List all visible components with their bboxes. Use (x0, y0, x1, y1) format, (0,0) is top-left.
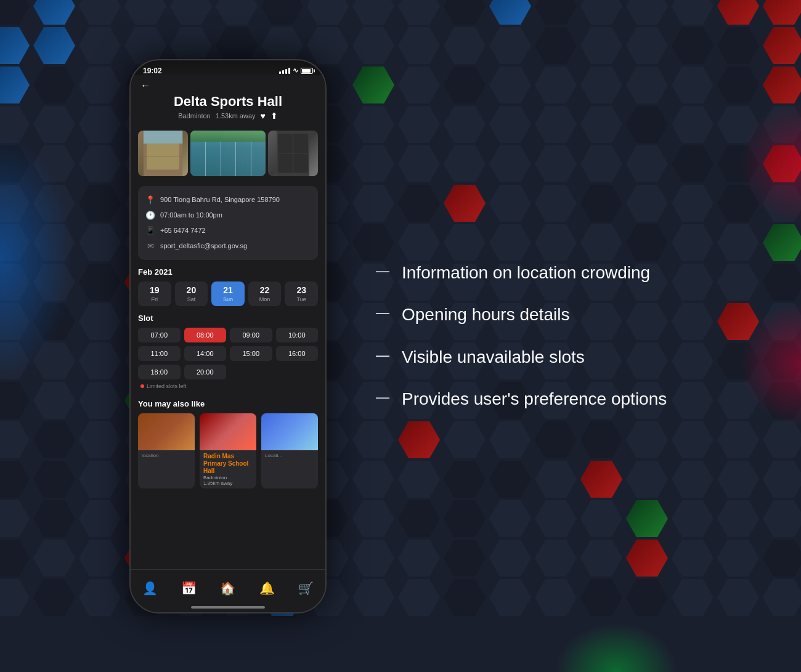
similar-sport-2: Badminton (203, 475, 253, 480)
feature-dash-2: — (376, 347, 389, 363)
similar-card-1[interactable]: location (138, 413, 195, 488)
feature-list: — Information on location crowding — Ope… (376, 262, 672, 411)
similar-dist-2: 1.85km away (203, 480, 253, 486)
slot-1500[interactable]: 15:00 (230, 346, 272, 361)
feature-item-1: — Opening hours details (376, 304, 672, 326)
nav-home[interactable]: 🏠 (220, 581, 235, 596)
feature-text-3: Provides user's preference options (402, 388, 667, 410)
nav-bell[interactable]: 🔔 (259, 581, 275, 596)
calendar-month: Feb 2021 (138, 267, 318, 277)
legend-text: Limited slots left (147, 383, 187, 389)
slot-1800[interactable]: 18:00 (138, 365, 181, 379)
calendar-days: 19Fri20Sat21Sun22Mon23Tue (138, 281, 318, 306)
phone-mockup: 19:02 ∿ ← (129, 59, 327, 613)
feature-item-2: — Visible unavailable slots (376, 346, 672, 368)
feature-dash-0: — (376, 263, 389, 279)
venue-title: Delta Sports Hall (140, 94, 315, 110)
slots-grid: 07:0008:0009:0010:0011:0014:0015:0016:00… (138, 328, 318, 379)
info-section: 📍 900 Tiong Bahru Rd, Singapore 158790 🕐… (138, 186, 318, 260)
similar-label-3: Locati... (265, 453, 314, 458)
battery-icon (301, 68, 313, 74)
similar-label-1: location (142, 453, 191, 458)
gallery-photo-1[interactable] (138, 131, 188, 176)
slot-2000[interactable]: 20:00 (184, 365, 227, 379)
profile-icon: 👤 (142, 581, 158, 596)
venue-header: Delta Sports Hall Badminton 1.53km away … (131, 94, 325, 126)
slot-0700[interactable]: 07:00 (138, 328, 181, 342)
wifi-icon: ∿ (293, 67, 298, 75)
photo-gallery (131, 126, 325, 181)
similar-img-3 (261, 413, 318, 450)
slots-title: Slot (138, 314, 318, 323)
phone-icon: 📱 (145, 226, 155, 235)
day-cell-20[interactable]: 20Sat (175, 281, 208, 306)
feature-dash-1: — (376, 305, 389, 321)
slots-section: Slot 07:0008:0009:0010:0011:0014:0015:00… (131, 309, 325, 394)
phone-content: ← Delta Sports Hall Badminton 1.53km awa… (131, 75, 325, 590)
signal-icon (279, 68, 290, 74)
slot-1600[interactable]: 16:00 (276, 346, 319, 361)
phone-wrapper: 19:02 ∿ ← (129, 59, 327, 613)
address-row: 📍 900 Tiong Bahru Rd, Singapore 158790 (145, 192, 311, 208)
bell-icon: 🔔 (259, 581, 275, 596)
email-icon: ✉ (145, 241, 155, 251)
gallery-photo-2[interactable] (190, 131, 266, 176)
slots-legend: Limited slots left (138, 383, 318, 389)
similar-section: You may also like location Radin Mas Pri… (131, 394, 325, 493)
feature-text-2: Visible unavailable slots (402, 346, 585, 368)
calendar-section: Feb 2021 19Fri20Sat21Sun22Mon23Tue (131, 265, 325, 309)
feature-item-0: — Information on location crowding (376, 262, 672, 284)
slot-1000[interactable]: 10:00 (276, 328, 319, 342)
email-text: sport_deltasfic@sport.gov.sg (160, 242, 247, 249)
similar-name-2: Radin Mas Primary School Hall (203, 453, 253, 475)
similar-card-2[interactable]: Radin Mas Primary School Hall Badminton … (200, 413, 256, 488)
gallery-photo-3[interactable] (268, 131, 318, 176)
feature-item-3: — Provides user's preference options (376, 388, 672, 410)
feature-text-1: Opening hours details (402, 304, 569, 326)
similar-card-3[interactable]: Locati... (261, 413, 318, 488)
nav-calendar[interactable]: 📅 (181, 581, 197, 596)
slot-0800[interactable]: 08:00 (184, 328, 227, 342)
svg-rect-8 (277, 131, 309, 176)
slot-1400[interactable]: 14:00 (184, 346, 227, 361)
feature-dash-3: — (376, 389, 389, 405)
legend-dot (140, 384, 144, 388)
day-cell-23[interactable]: 23Tue (285, 281, 318, 306)
home-indicator (191, 606, 265, 609)
nav-cart[interactable]: 🛒 (298, 581, 314, 596)
favorite-icon[interactable]: ♥ (261, 111, 266, 121)
phone-row: 📱 +65 6474 7472 (145, 223, 311, 238)
address-text: 900 Tiong Bahru Rd, Singapore 158790 (160, 196, 280, 203)
status-bar: 19:02 ∿ (131, 60, 325, 75)
right-panel: — Information on location crowding — Ope… (376, 262, 672, 411)
email-row: ✉ sport_deltasfic@sport.gov.sg (145, 238, 311, 254)
venue-sport: Badminton (178, 112, 211, 119)
similar-grid: location Radin Mas Primary School Hall B… (138, 413, 318, 488)
slot-0900[interactable]: 09:00 (230, 328, 272, 342)
day-cell-22[interactable]: 22Mon (248, 281, 282, 306)
hours-row: 🕐 07:00am to 10:00pm (145, 208, 311, 223)
svg-rect-3 (144, 131, 182, 144)
similar-title: You may also like (138, 399, 318, 408)
back-button[interactable]: ← (131, 75, 325, 94)
similar-img-1 (138, 413, 195, 450)
day-cell-21[interactable]: 21Sun (211, 281, 245, 306)
clock-icon: 🕐 (145, 211, 155, 220)
venue-subtitle: Badminton 1.53km away ♥ ⬆ (140, 111, 315, 121)
cart-icon: 🛒 (298, 581, 314, 596)
share-icon[interactable]: ⬆ (270, 111, 278, 121)
similar-img-2 (200, 413, 256, 450)
home-icon: 🏠 (220, 581, 235, 596)
main-layout: 19:02 ∿ ← (0, 0, 801, 672)
calendar-nav-icon: 📅 (181, 581, 197, 596)
feature-text-0: Information on location crowding (402, 262, 650, 284)
hours-text: 07:00am to 10:00pm (160, 211, 222, 219)
location-icon: 📍 (145, 195, 155, 204)
status-icons: ∿ (279, 67, 313, 75)
slot-1100[interactable]: 11:00 (138, 346, 181, 361)
day-cell-19[interactable]: 19Fri (138, 281, 171, 306)
phone-text: +65 6474 7472 (160, 227, 206, 234)
nav-profile[interactable]: 👤 (142, 581, 158, 596)
status-time: 19:02 (143, 67, 162, 75)
venue-distance: 1.53km away (216, 112, 256, 119)
